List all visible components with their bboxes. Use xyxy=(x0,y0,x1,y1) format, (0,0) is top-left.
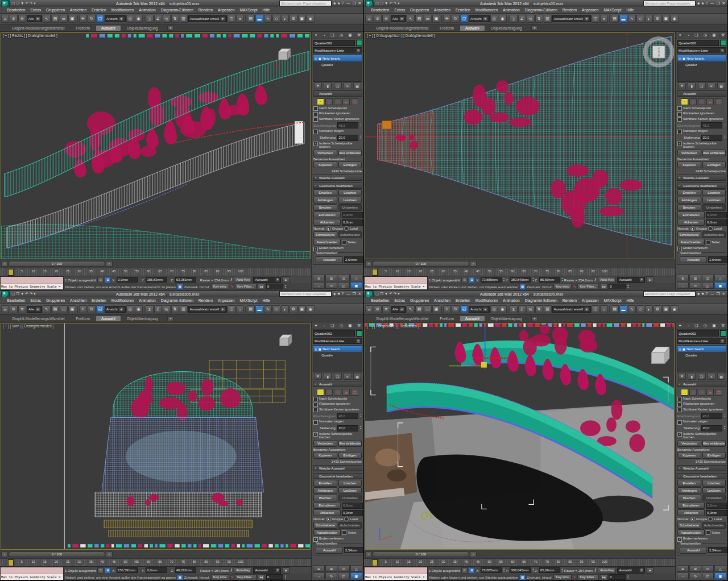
brechen-button[interactable]: Brechen xyxy=(313,495,337,501)
checkbox-sichtbare-kanten[interactable] xyxy=(313,408,318,412)
edit-named-selection-sets-icon[interactable]: ▥ xyxy=(544,305,552,313)
kopieren-button[interactable]: Kopieren xyxy=(313,452,337,459)
infocenter-search-input[interactable]: Stichwort oder Frage eingeben xyxy=(643,1,696,6)
alles-einblenden-button[interactable]: Alles einblenden xyxy=(338,150,362,156)
stack-item-netz-bearb[interactable]: ◎ ▣ Netz bearb. xyxy=(313,55,362,61)
erstellen-button[interactable]: Erstellen xyxy=(677,189,701,196)
open-file-icon[interactable]: ❐ xyxy=(15,292,20,296)
time-tag-label[interactable]: Zeitmark. hinzuf. xyxy=(527,285,552,289)
previous-frame-button[interactable]: < xyxy=(1,261,8,267)
next-key-icon[interactable]: ▶▮ xyxy=(258,574,265,580)
menu-hilfe[interactable]: Hilfe xyxy=(624,8,636,12)
ribbon-tab-graphit-modellierungshilfsmittel[interactable]: Graphit-Modellierungshilfsmittel xyxy=(371,26,433,31)
kopieren-button[interactable]: Kopieren xyxy=(677,161,701,168)
checkbox-rueckseiten-ignorieren[interactable] xyxy=(313,402,318,407)
communication-center-icon[interactable]: ◈ xyxy=(333,292,337,296)
next-frame-button[interactable]: > xyxy=(470,551,477,557)
stack-item-quader[interactable]: Quader xyxy=(313,61,362,68)
chevron-down-icon[interactable]: ▼ xyxy=(35,16,40,21)
scale-field[interactable]: 20,0 xyxy=(337,425,358,431)
track-bar[interactable]: 5101520253035404550556065707580859095100 xyxy=(364,558,675,567)
menu-anpassen[interactable]: Anpassen xyxy=(580,298,601,302)
named-selection-sets-dropdown[interactable]: Auswahlsatz erstell▼ xyxy=(188,306,227,313)
new-scene-icon[interactable]: ▢ xyxy=(375,1,379,5)
mirror-icon[interactable]: ◫ xyxy=(592,15,599,23)
snap-toggle-3d-icon[interactable]: 3 xyxy=(146,305,154,313)
chevron-down-icon[interactable]: ▼ xyxy=(220,16,225,21)
rotate-icon[interactable]: ↻ xyxy=(88,15,96,23)
losloesen-button[interactable]: Loslösen xyxy=(338,197,362,204)
select-by-name-icon[interactable]: ▤ xyxy=(51,305,59,313)
named-selection-sets-dropdown[interactable]: Auswahlsatz erstell▼ xyxy=(552,306,591,313)
checkbox-isolierte-loeschen[interactable]: ✓ xyxy=(677,142,682,146)
chevron-down-icon[interactable]: ▼ xyxy=(119,307,124,312)
time-tag-label[interactable]: Zeitmark. hinzuf. xyxy=(527,575,552,579)
scale-icon[interactable]: ◱ xyxy=(96,15,104,23)
3dsmax-logo-icon[interactable] xyxy=(1,290,10,298)
viewport[interactable]: [ + ] [ Vorn ] [ Drahtgittermodell ] xyxy=(1,323,311,550)
menu-modifikatoren[interactable]: Modifikatoren xyxy=(109,298,136,302)
snap-toggle-3d-icon[interactable]: 3 xyxy=(146,15,154,23)
orbit-icon[interactable]: ↻ xyxy=(689,572,701,579)
checkbox-normalen-zeigen[interactable] xyxy=(677,130,682,134)
rotate-icon[interactable]: ↻ xyxy=(452,305,460,313)
selection-filter-dropdown[interactable]: Alle▼ xyxy=(27,306,42,313)
ribbon-tab-graphit-modellierungshilfsmittel[interactable]: Graphit-Modellierungshilfsmittel xyxy=(7,26,69,31)
undo-icon[interactable]: ↶ xyxy=(24,292,28,296)
zoom-region-icon[interactable]: ◱ xyxy=(338,282,350,289)
render-setup-icon[interactable]: ⚙ xyxy=(653,15,661,23)
set-key-mode-icon[interactable]: ∿ xyxy=(230,575,234,579)
chevron-down-icon[interactable]: ▼ xyxy=(584,16,589,21)
help-icon[interactable]: ? xyxy=(341,292,345,296)
create-tab-icon[interactable]: ✦ xyxy=(315,323,318,328)
named-selection-sets-dropdown[interactable]: Auswahlsatz erstell▼ xyxy=(188,15,227,22)
polygon-subobject-icon[interactable]: ▰ xyxy=(706,98,714,105)
y-spinner[interactable]: ▲▼ xyxy=(532,277,533,282)
menu-animation[interactable]: Animation xyxy=(136,298,158,302)
add-time-tag-icon[interactable]: ▦ xyxy=(177,284,183,290)
object-name-field[interactable]: Quader002 xyxy=(677,330,719,337)
checkbox-sichtbare-kanten[interactable] xyxy=(313,117,318,122)
checkbox-teilen[interactable] xyxy=(342,240,346,244)
z-coordinate-field[interactable]: 85,69mm xyxy=(539,567,560,573)
aufschneiden-button[interactable]: Aufschneiden xyxy=(338,231,362,238)
minimize-button[interactable]: — xyxy=(709,1,715,5)
chevron-down-icon[interactable]: ▼ xyxy=(35,307,40,312)
element-subobject-icon[interactable]: ❒ xyxy=(351,389,358,396)
remove-modifier-icon[interactable]: ✕ xyxy=(344,82,351,89)
selection-set-dropdown[interactable]: Auswahl▼ xyxy=(617,567,645,574)
selection-filter-dropdown[interactable]: Alle▼ xyxy=(391,306,406,313)
frame-spinner[interactable]: ▲▼ xyxy=(627,575,628,579)
maximize-viewport-icon[interactable]: ▣ xyxy=(714,282,726,289)
motion-tab-icon[interactable]: ◷ xyxy=(704,33,707,38)
border-subobject-icon[interactable]: ◠ xyxy=(334,389,341,396)
planar-threshold-field[interactable]: 45,0 xyxy=(701,122,722,128)
stack-item-quader[interactable]: Quader xyxy=(677,61,726,68)
checkbox-normalen-zeigen[interactable] xyxy=(313,420,318,425)
maxscript-mini-listener[interactable]: Max to Physics Geometry Scale = 1.0 xyxy=(0,567,64,580)
verschweissen-field[interactable]: 2,54mm xyxy=(708,547,727,553)
help-icon[interactable]: ? xyxy=(341,1,345,5)
radio-gruppe[interactable] xyxy=(326,517,331,521)
modify-tab-icon[interactable]: ◔ xyxy=(687,34,689,38)
previous-frame-button[interactable]: < xyxy=(365,551,372,557)
schematic-view-icon[interactable]: ◇ xyxy=(272,15,280,23)
verschweissen-field[interactable]: 2,54mm xyxy=(708,256,727,263)
close-button[interactable]: ✕ xyxy=(357,292,362,296)
selection-set-dropdown[interactable]: Auswahl▼ xyxy=(617,277,645,283)
frame-spinner[interactable]: ▲▼ xyxy=(627,284,628,289)
undo-icon[interactable]: ↶ xyxy=(388,292,392,296)
configure-modifier-sets-icon[interactable]: ▦ xyxy=(353,373,361,380)
move-icon[interactable]: ✛ xyxy=(443,305,451,313)
favorites-star-icon[interactable]: ★ xyxy=(701,1,705,5)
time-slider-handle[interactable] xyxy=(8,269,14,276)
visibility-bulb-icon[interactable]: ◎ xyxy=(679,57,681,60)
menu-modifikatoren[interactable]: Modifikatoren xyxy=(473,298,500,302)
modifier-stack[interactable]: ◎ ▣ Netz bearb. Quader xyxy=(313,345,362,372)
rollout-auswahl-header[interactable]: −Auswahl xyxy=(313,381,362,387)
viewport-label[interactable]: [ + ] [ Rechts ] [ Drahtgittermodell ] xyxy=(3,34,57,38)
material-editor-icon[interactable]: ◐ xyxy=(281,15,289,23)
border-subobject-icon[interactable]: ◠ xyxy=(334,98,341,105)
make-unique-icon[interactable]: ❏ xyxy=(698,373,706,380)
chevron-down-icon[interactable]: ▼ xyxy=(639,277,644,282)
